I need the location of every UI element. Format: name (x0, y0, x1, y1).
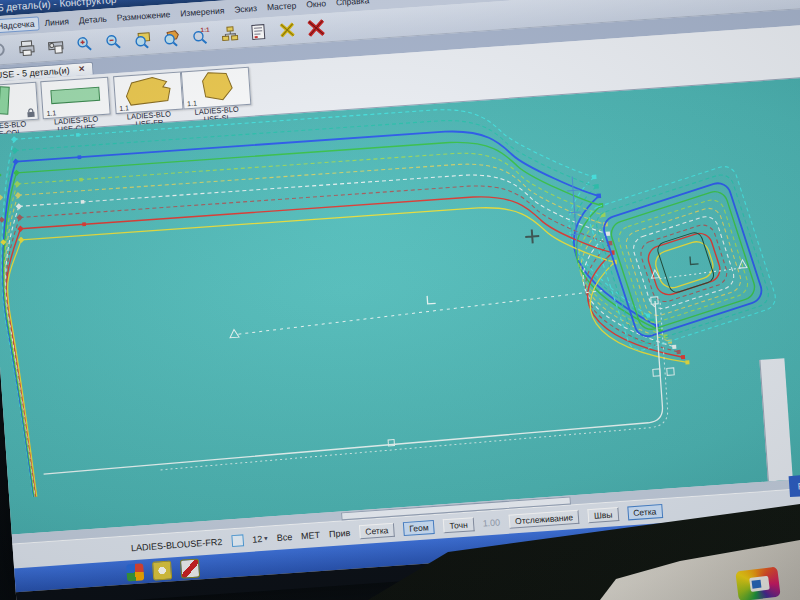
status-label-priv: Прив (329, 528, 351, 539)
menu-item-nadsechka[interactable]: Надсечка (0, 16, 40, 33)
piece-card-collar[interactable] (0, 82, 39, 125)
piece-card-front[interactable]: 1.1 (113, 72, 183, 115)
button-otslezhivanie[interactable]: Отслеживание (509, 510, 580, 529)
zoom-in-icon[interactable] (72, 32, 97, 56)
menu-item-liniya[interactable]: Линия (39, 14, 74, 30)
status-label-met: МЕТ (301, 530, 321, 541)
status-label-vse: Все (276, 532, 292, 543)
undo-icon[interactable] (0, 38, 11, 62)
sleeve-grain-mark (690, 256, 699, 265)
menu-item-okno[interactable]: Окно (301, 0, 332, 12)
base-outline-seam (148, 303, 669, 470)
pattern-canvas[interactable] (0, 74, 800, 534)
toggle-tochn[interactable]: Точн (443, 517, 474, 533)
piece-card-cuff[interactable]: 1.1 (40, 77, 110, 120)
zoom-actual-icon[interactable]: 1:1 (188, 24, 213, 48)
button-setka[interactable]: Сетка (627, 504, 663, 520)
menu-item-izmereniya[interactable]: Измерения (175, 3, 230, 21)
language-indicator[interactable]: RU (789, 474, 800, 497)
app-window: 5 деталь(и) - Конструктор а Надсечка Лин… (0, 0, 800, 600)
delete-notch-icon[interactable] (274, 18, 299, 42)
collar-shape (0, 84, 20, 118)
print-icon[interactable] (14, 36, 39, 60)
scale-value: 1.00 (482, 517, 500, 528)
front-shape (122, 73, 174, 108)
button-shvy[interactable]: Швы (587, 507, 618, 523)
scale-badge: 1.1 (46, 109, 56, 117)
taskbar-app2-icon[interactable] (152, 560, 172, 580)
pieces-scheme-icon[interactable] (217, 22, 242, 46)
report-icon[interactable] (246, 20, 271, 44)
size-dropdown[interactable]: 12 ▾ (252, 534, 268, 545)
toggle-geom[interactable]: Геом (403, 520, 435, 536)
plotter-icon[interactable] (43, 34, 68, 58)
chevron-down-icon: ▾ (264, 535, 268, 543)
delete-all-icon[interactable] (303, 16, 328, 40)
menu-item-razmnozhenie[interactable]: Размножение (111, 7, 175, 25)
photo-stage: 5 деталь(и) - Конструктор а Надсечка Лин… (0, 0, 800, 600)
zoom-out-icon[interactable] (101, 30, 126, 54)
zoom-window-icon[interactable] (130, 28, 155, 52)
toggle-setka[interactable]: Сетка (359, 523, 395, 539)
piece-card-sleeve[interactable]: 1.1 (181, 67, 251, 110)
menu-item-eskiz[interactable]: Эскиз (229, 1, 263, 17)
grain-mark (427, 295, 436, 304)
measure-marker-triangle (230, 329, 240, 338)
zoom-piece-icon[interactable] (159, 26, 184, 50)
cuff-shape (49, 84, 102, 108)
current-piece-name: LADIES-BLOUSE-FR2 (131, 537, 223, 553)
menu-item-spravka[interactable]: Справка (330, 0, 374, 10)
rainbow-logo (735, 567, 780, 600)
menu-item-master[interactable]: Мастер (261, 0, 301, 15)
tab-close-icon[interactable]: ✕ (78, 64, 85, 74)
menu-item-detal[interactable]: Деталь (73, 11, 112, 28)
taskbar-app1-icon[interactable] (126, 563, 144, 581)
taskbar-app3-icon[interactable] (180, 558, 200, 578)
sleeve-shape (194, 69, 238, 104)
lock-icon (26, 108, 36, 119)
sleeve-measure-line (659, 268, 743, 279)
zoom-actual-label: 1:1 (200, 26, 209, 33)
cursor-crosshair (525, 229, 540, 244)
piece-checkbox[interactable] (231, 534, 244, 547)
base-outline (35, 301, 665, 474)
measure-line (237, 291, 603, 334)
